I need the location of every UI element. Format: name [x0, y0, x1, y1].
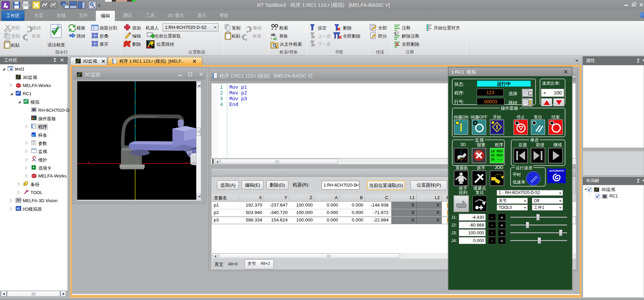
svg-text:3D: 3D	[16, 198, 21, 202]
svg-text:20 MOV: 20 MOV	[491, 154, 503, 157]
svg-text:ac: ac	[273, 37, 277, 41]
svg-text:L: L	[32, 134, 34, 136]
svg-text:IO: IO	[17, 207, 20, 210]
svg-text:ab: ab	[271, 33, 275, 37]
svg-text:p3: p3	[187, 150, 192, 154]
svg-text:10 MOV: 10 MOV	[491, 150, 503, 153]
svg-text:30 ---: 30 ---	[491, 158, 503, 162]
svg-text:3: 3	[6, 5, 8, 9]
